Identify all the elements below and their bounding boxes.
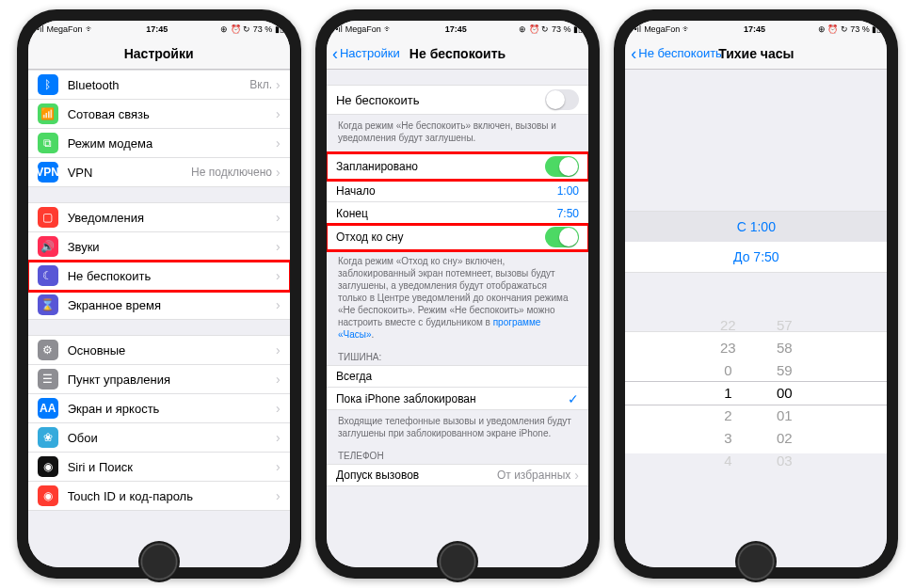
home-button[interactable]	[735, 541, 777, 582]
gen-icon: ⚙	[38, 340, 58, 360]
page-title: Не беспокоить	[409, 46, 506, 61]
silence-always-row[interactable]: Всегда	[327, 365, 588, 388]
bt-icon: ᛒ	[38, 74, 58, 95]
row-label: Основные	[68, 343, 276, 358]
settings-row-bluetooth[interactable]: ᛒBluetoothВкл.›	[28, 70, 290, 100]
phone-header: ТЕЛЕФОН	[327, 441, 588, 464]
silence-locked-row[interactable]: Пока iPhone заблокирован ✓	[327, 388, 588, 410]
settings-row-сотовая-связь[interactable]: 📶Сотовая связь›	[28, 100, 290, 129]
status-bar: ••ılMegaFonᯤ 17:45 ⊕ ⏰ ↻ 73 % ▮▯	[625, 21, 887, 38]
chevron-right-icon: ›	[276, 342, 281, 358]
settings-row-экран-и-яркость[interactable]: AAЭкран и яркость›	[28, 394, 290, 423]
from-time-row[interactable]: С 1:00	[625, 212, 887, 242]
vpn-icon: VPN	[38, 162, 58, 183]
allow-calls-row[interactable]: Допуск вызовов От избранных ›	[327, 464, 588, 486]
chevron-right-icon: ›	[276, 268, 281, 283]
row-label: Экранное время	[68, 298, 276, 312]
settings-row-пункт-управления[interactable]: ☰Пункт управления›	[28, 365, 290, 394]
page-title: Настройки	[124, 46, 194, 61]
touch-icon: ◉	[38, 485, 58, 506]
time-picker[interactable]: 222301234 57585900010203	[625, 331, 887, 453]
row-label: VPN	[68, 166, 191, 180]
dnd-footer: Когда режим «Не беспокоить» включен, выз…	[327, 115, 588, 146]
row-label: Bluetooth	[68, 78, 250, 92]
navbar: Настройки	[28, 38, 290, 70]
page-title: Тихие часы	[718, 46, 794, 61]
picker-value[interactable]: 00	[756, 382, 812, 405]
dnd-toggle[interactable]	[545, 89, 579, 110]
bedtime-toggle[interactable]	[545, 227, 579, 247]
picker-value[interactable]: 02	[756, 427, 812, 450]
picker-value[interactable]: 01	[756, 405, 812, 427]
scheduled-row[interactable]: Запланировано	[327, 153, 588, 180]
notif-icon: ▢	[38, 207, 58, 228]
row-label: Экран и яркость	[68, 402, 276, 416]
chevron-left-icon: ‹	[631, 45, 636, 62]
screen-icon: ⌛	[38, 294, 58, 315]
scheduled-toggle[interactable]	[545, 156, 579, 177]
navbar: ‹ Настройки Не беспокоить	[327, 38, 588, 70]
home-button[interactable]	[437, 541, 478, 582]
row-label: Сотовая связь	[68, 107, 276, 121]
checkmark-icon: ✓	[568, 391, 579, 406]
wall-icon: ❀	[38, 427, 58, 448]
picker-value[interactable]: 23	[699, 337, 756, 359]
row-label: Touch ID и код-пароль	[68, 489, 276, 503]
start-time-row[interactable]: Начало 1:00	[327, 180, 588, 202]
chevron-right-icon: ›	[276, 459, 281, 474]
phone-dnd: ••ılMegaFonᯤ 17:45 ⊕ ⏰ ↻ 73 % ▮▯ ‹ Настр…	[315, 9, 600, 579]
chevron-right-icon: ›	[276, 135, 281, 151]
siri-icon: ◉	[38, 456, 58, 477]
row-label: Уведомления	[68, 211, 276, 225]
settings-row-не-беспокоить[interactable]: ☾Не беспокоить›	[28, 262, 290, 291]
phone-settings: ••ılMegaFonᯤ 17:45 ⊕ ⏰ ↻ 73 % ▮▯ Настрой…	[17, 9, 301, 579]
silence-footer: Входящие телефонные вызовы и уведомления…	[327, 410, 588, 441]
back-button[interactable]: ‹ Настройки	[332, 45, 400, 62]
picker-value[interactable]: 0	[699, 359, 756, 382]
picker-value[interactable]: 22	[699, 314, 756, 337]
row-label: Пункт управления	[68, 373, 276, 387]
disp-icon: AA	[38, 398, 58, 419]
settings-row-touch-id-и-код-пароль[interactable]: ◉Touch ID и код-пароль›	[28, 482, 290, 511]
settings-row-siri-и-поиск[interactable]: ◉Siri и Поиск›	[28, 453, 290, 482]
picker-value[interactable]: 4	[699, 450, 756, 472]
settings-row-основные[interactable]: ⚙Основные›	[28, 335, 290, 365]
picker-value[interactable]: 3	[699, 427, 756, 450]
chevron-right-icon: ›	[276, 372, 281, 387]
end-time-row[interactable]: Конец 7:50	[327, 202, 588, 225]
row-label: Звуки	[68, 240, 276, 254]
settings-row-режим-модема[interactable]: ⧉Режим модема›	[28, 129, 290, 158]
row-label: Обои	[68, 431, 276, 445]
home-button[interactable]	[138, 541, 180, 582]
row-detail: Вкл.	[249, 78, 272, 91]
cell-icon: 📶	[38, 103, 58, 124]
bedtime-row[interactable]: Отход ко сну	[327, 225, 588, 250]
chevron-left-icon: ‹	[332, 45, 338, 62]
navbar: ‹ Не беспокоить Тихие часы	[625, 38, 887, 70]
chevron-right-icon: ›	[276, 401, 281, 416]
settings-row-звуки[interactable]: 🔊Звуки›	[28, 232, 290, 262]
to-time-row[interactable]: До 7:50	[625, 242, 887, 272]
picker-value[interactable]: 57	[756, 314, 812, 337]
dnd-toggle-row[interactable]: Не беспокоить	[327, 85, 588, 115]
ctrl-icon: ☰	[38, 369, 58, 389]
chevron-right-icon: ›	[574, 468, 579, 483]
status-bar: ••ılMegaFonᯤ 17:45 ⊕ ⏰ ↻ 73 % ▮▯	[327, 21, 588, 38]
back-button[interactable]: ‹ Не беспокоить	[631, 45, 722, 62]
settings-row-vpn[interactable]: VPNVPNНе подключено›	[28, 158, 290, 187]
picker-value[interactable]: 1	[699, 382, 756, 405]
settings-row-обои[interactable]: ❀Обои›	[28, 423, 290, 453]
picker-value[interactable]: 58	[756, 337, 812, 359]
settings-row-уведомления[interactable]: ▢Уведомления›	[28, 202, 290, 232]
phone-quiet-hours: ••ılMegaFonᯤ 17:45 ⊕ ⏰ ↻ 73 % ▮▯ ‹ Не бе…	[614, 9, 898, 579]
picker-value[interactable]: 03	[756, 450, 812, 472]
picker-value[interactable]: 2	[699, 405, 756, 427]
chevron-right-icon: ›	[276, 210, 281, 225]
row-label: Режим модема	[68, 136, 276, 151]
settings-row-экранное-время[interactable]: ⌛Экранное время›	[28, 291, 290, 320]
chevron-right-icon: ›	[276, 77, 281, 92]
row-label: Siri и Поиск	[68, 460, 276, 474]
chevron-right-icon: ›	[276, 297, 281, 312]
picker-value[interactable]: 59	[756, 359, 812, 382]
hot-icon: ⧉	[38, 133, 58, 153]
